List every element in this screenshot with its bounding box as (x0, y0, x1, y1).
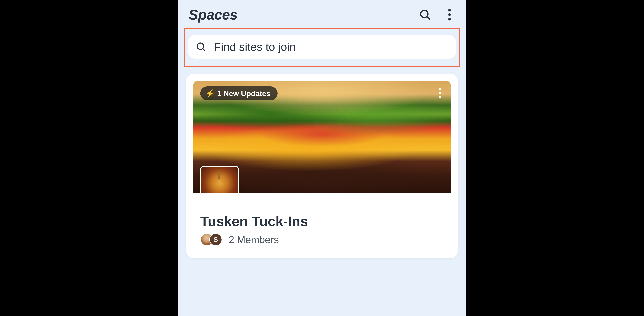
card-hero-image: ⚡ 1 New Updates (193, 80, 451, 193)
search-icon[interactable] (419, 9, 431, 20)
search-bar[interactable] (188, 35, 456, 58)
bolt-icon: ⚡ (206, 89, 215, 98)
header-actions (419, 9, 455, 20)
search-input[interactable] (214, 40, 448, 54)
members-count: 2 Members (228, 234, 279, 246)
card-thumbnail (200, 166, 239, 193)
more-vertical-icon[interactable] (444, 9, 455, 20)
svg-point-8 (439, 92, 441, 94)
avatar: S (209, 233, 222, 246)
page-title: Spaces (189, 6, 238, 23)
svg-line-6 (203, 48, 205, 51)
avatar-initial: S (214, 236, 218, 243)
svg-point-7 (439, 88, 441, 90)
card-more-icon[interactable] (437, 88, 443, 98)
svg-point-9 (439, 96, 441, 98)
header: Spaces (178, 0, 466, 28)
svg-line-1 (427, 16, 430, 19)
svg-point-3 (448, 14, 451, 16)
space-card[interactable]: ⚡ 1 New Updates Tusken Tuck-Ins (186, 74, 458, 258)
svg-point-2 (448, 9, 451, 12)
app-screen: Spaces (178, 0, 466, 316)
card-body: Tusken Tuck-Ins S 2 Members (193, 193, 451, 251)
card-title: Tusken Tuck-Ins (200, 213, 444, 229)
updates-label: 1 New Updates (217, 89, 270, 98)
svg-point-4 (448, 18, 451, 20)
members-row: S 2 Members (200, 233, 444, 246)
search-icon (196, 42, 206, 52)
member-avatars: S (200, 233, 222, 246)
updates-badge[interactable]: ⚡ 1 New Updates (200, 86, 278, 100)
search-highlight-box (184, 28, 460, 67)
